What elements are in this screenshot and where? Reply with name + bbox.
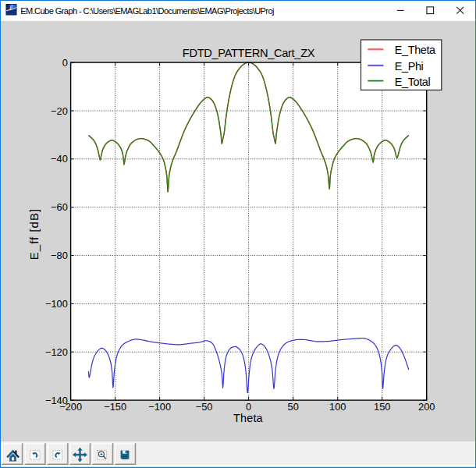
svg-text:150: 150 bbox=[374, 401, 390, 413]
svg-text:100: 100 bbox=[329, 401, 346, 413]
svg-text:Theta: Theta bbox=[233, 412, 263, 424]
svg-text:FDTD_PATTERN_Cart_ZX: FDTD_PATTERN_Cart_ZX bbox=[183, 47, 315, 59]
svg-text:EM.Cube Graph - C:\Users\EMAGL: EM.Cube Graph - C:\Users\EMAGLab1\Docume… bbox=[20, 6, 274, 16]
svg-text:−20: −20 bbox=[51, 105, 68, 117]
svg-text:E_ff [dB]: E_ff [dB] bbox=[27, 208, 41, 260]
svg-text:E_Total: E_Total bbox=[395, 76, 431, 88]
svg-text:200: 200 bbox=[418, 401, 435, 413]
svg-text:−40: −40 bbox=[51, 153, 68, 165]
svg-text:−80: −80 bbox=[51, 250, 68, 261]
svg-text:−100: −100 bbox=[148, 401, 171, 413]
svg-text:−150: −150 bbox=[104, 401, 126, 413]
svg-text:−120: −120 bbox=[45, 346, 68, 358]
svg-text:−60: −60 bbox=[51, 201, 68, 213]
svg-text:E_Theta: E_Theta bbox=[395, 44, 435, 56]
svg-text:−50: −50 bbox=[196, 401, 213, 413]
svg-text:−100: −100 bbox=[45, 298, 68, 310]
svg-text:50: 50 bbox=[288, 401, 299, 413]
svg-text:E_Phi: E_Phi bbox=[395, 60, 424, 73]
svg-text:0: 0 bbox=[62, 57, 68, 69]
svg-text:−140: −140 bbox=[45, 395, 68, 406]
svg-text:0: 0 bbox=[246, 401, 251, 413]
